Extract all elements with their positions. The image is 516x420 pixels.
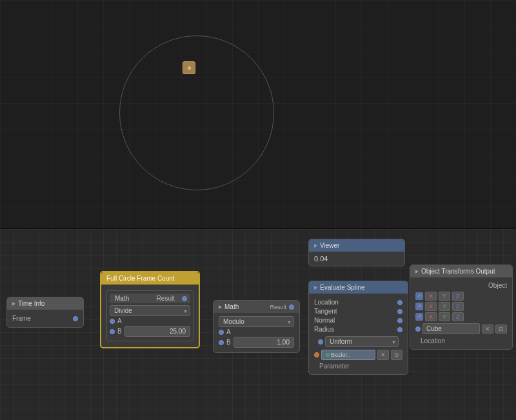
z-btn-2[interactable]: Z (452, 302, 464, 311)
tangent-socket (397, 309, 402, 314)
inner-math-title: Math (115, 295, 129, 302)
bezier-target-btn[interactable]: ✕ (377, 350, 389, 360)
math-op-select[interactable]: Modulo (219, 316, 294, 327)
math-result-label: Result (270, 304, 286, 310)
radius-socket (397, 327, 402, 332)
y-btn-1[interactable]: Y (439, 292, 450, 301)
bezier-button[interactable]: Bezier.. (321, 350, 375, 360)
viewer-value: 0.04 (309, 252, 404, 266)
math-header: Math Result (213, 301, 299, 313)
math-b-label: B (224, 339, 233, 346)
location-row: Location (314, 299, 402, 306)
circle-origin-dot (183, 61, 195, 74)
fcfc-header: Full Circle Frame Count (101, 272, 199, 285)
x-btn-3[interactable]: X (425, 312, 437, 321)
math-a-row: A (219, 328, 294, 335)
uniform-socket (318, 339, 323, 345)
node-editor: Time Info Frame Full Circle Frame Count … (0, 229, 516, 420)
inner-math-node: Math Result Divide A B 25.00 (106, 290, 194, 341)
frame-label: Frame (12, 315, 31, 322)
cube-input-socket (415, 326, 421, 332)
object-section-label: Object (415, 281, 507, 290)
frame-output-socket (73, 316, 78, 321)
bezier-dot-icon (326, 353, 330, 357)
math-b-value[interactable]: 1.00 (233, 337, 294, 348)
bezier-pick-btn[interactable]: ⊙ (391, 350, 402, 360)
evaluate-spline-node: Evaluate Spline Location Tangent Normal … (308, 281, 408, 375)
circle-shape (119, 35, 274, 190)
math-a-label: A (224, 328, 233, 335)
y-btn-2[interactable]: Y (439, 302, 450, 311)
z-btn-3[interactable]: Z (452, 312, 464, 321)
viewer-title: Viewer (320, 242, 339, 249)
time-info-header: Time Info (7, 297, 83, 310)
math-node: Math Result Modulo A B 1.00 (213, 300, 300, 353)
fcfc-title: Full Circle Frame Count (106, 275, 175, 282)
b-socket (110, 329, 115, 334)
location-socket (397, 300, 402, 305)
math-title: Math (224, 303, 239, 310)
viewer-node: Viewer 0.04 (308, 239, 405, 266)
cube-row: Cube ✕ ⊡ (415, 323, 507, 334)
math-a-socket (219, 330, 224, 335)
tangent-label: Tangent (314, 308, 337, 315)
viewport (0, 0, 516, 229)
oto-title: Object Transforms Output (421, 268, 495, 275)
full-circle-node: Full Circle Frame Count Math Result Divi… (100, 271, 200, 348)
radius-row: Radius (314, 326, 402, 333)
inner-math-header: Math Result (110, 294, 190, 303)
bezier-row: Bezier.. ✕ ⊙ (314, 350, 402, 360)
time-info-node: Time Info Frame (6, 297, 84, 328)
a-socket (110, 319, 115, 324)
normal-label: Normal (314, 317, 335, 324)
viewer-header: Viewer (309, 239, 404, 252)
result-socket (182, 296, 187, 301)
object-transforms-node: Object Transforms Output Object ↗ X Y Z … (410, 265, 513, 350)
eval-title: Evaluate Spline (320, 284, 365, 291)
b-label: B (115, 328, 124, 335)
xyz-row-1: ↗ X Y Z (415, 292, 507, 301)
b-row: B 25.00 (110, 326, 190, 337)
operation-select[interactable]: Divide (110, 305, 190, 316)
cube-pick-btn[interactable]: ⊡ (495, 325, 507, 334)
arrow-icon-1: ↗ (415, 292, 423, 300)
bezier-input-socket (314, 352, 319, 357)
math-result-socket (289, 305, 294, 310)
parameter-label: Parameter (314, 361, 402, 371)
math-collapse-icon (219, 305, 222, 309)
math-b-row: B 1.00 (219, 337, 294, 348)
collapse-icon (12, 302, 15, 306)
oto-collapse-icon (415, 270, 419, 274)
operation-dropdown-wrapper[interactable]: Divide (110, 305, 190, 316)
z-btn-1[interactable]: Z (452, 292, 464, 301)
x-btn-2[interactable]: X (425, 302, 437, 311)
uniform-wrapper[interactable]: Uniform (325, 336, 399, 347)
x-btn-1[interactable]: X (425, 292, 437, 301)
xyz-row-2: ↗ X Y Z (415, 302, 507, 311)
math-b-socket (219, 340, 224, 345)
eval-header: Evaluate Spline (309, 281, 408, 294)
time-info-title: Time Info (18, 300, 45, 307)
uniform-select[interactable]: Uniform (325, 336, 399, 347)
tangent-row: Tangent (314, 308, 402, 315)
oto-header: Object Transforms Output (410, 265, 512, 277)
location-label: Location (314, 299, 339, 306)
math-op-wrapper[interactable]: Modulo (219, 316, 294, 327)
radius-label: Radius (314, 326, 334, 333)
arrow-icon-2: ↗ (415, 303, 423, 310)
cube-field[interactable]: Cube (422, 323, 480, 334)
viewer-collapse-icon (314, 244, 317, 248)
normal-socket (397, 318, 402, 323)
xyz-row-3: ↗ X Y Z (415, 312, 507, 321)
arrow-icon-3: ↗ (415, 313, 423, 321)
a-label: A (115, 317, 124, 325)
normal-row: Normal (314, 317, 402, 324)
result-label: Result (157, 295, 180, 302)
eval-collapse-icon (314, 286, 317, 290)
uniform-row: Uniform (314, 335, 402, 348)
b-value[interactable]: 25.00 (124, 326, 190, 337)
location-bottom-label: Location (415, 336, 507, 346)
cube-clear-btn[interactable]: ✕ (482, 325, 493, 334)
y-btn-3[interactable]: Y (439, 312, 450, 321)
a-row: A (110, 317, 190, 325)
